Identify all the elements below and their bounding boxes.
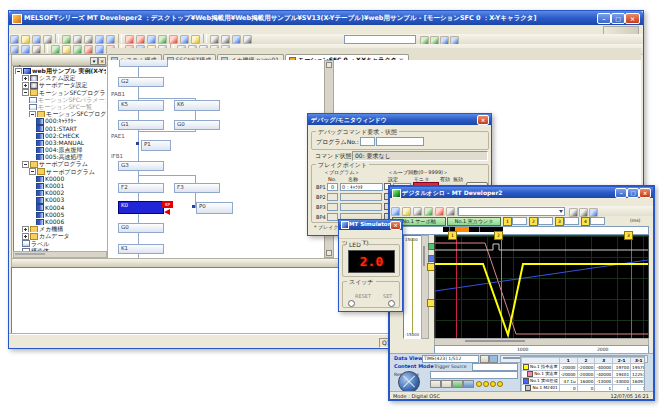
marker-field[interactable] <box>590 217 605 225</box>
marker-tag[interactable]: 1 <box>503 217 512 226</box>
marker-field[interactable] <box>538 217 553 225</box>
toolbar-icon[interactable] <box>32 45 41 54</box>
marker-field[interactable] <box>564 217 579 225</box>
jog-wheel[interactable] <box>398 371 420 393</box>
tree-item[interactable]: web用サンプル 実例(X-Yテーブル) <box>14 67 106 74</box>
close-icon[interactable]: × <box>390 221 401 230</box>
toolbar-icon[interactable] <box>210 35 219 44</box>
close-button[interactable]: × <box>625 13 640 24</box>
start-button[interactable] <box>452 380 463 388</box>
toolbar-icon[interactable] <box>402 207 411 216</box>
toolbar-combobox[interactable] <box>344 35 416 44</box>
program-no-field[interactable] <box>360 137 375 146</box>
tree-item[interactable]: K0000 <box>14 175 106 182</box>
tree-item[interactable]: K0005 <box>14 211 106 218</box>
marker-field[interactable] <box>512 217 527 225</box>
close-button[interactable]: × <box>639 188 651 198</box>
stop-icon[interactable] <box>84 45 93 54</box>
main-titlebar[interactable]: MELSOFTシリーズ MT Developer2 ：デスクトップ¥Web掲載用… <box>9 11 643 25</box>
tree-item[interactable]: モーションSFCパラメータ <box>14 96 106 103</box>
scope-titlebar[interactable]: デジタルオシロ - MT Developer2 – □ × <box>390 187 653 198</box>
sfc-step-box[interactable]: G0 <box>174 120 220 130</box>
toolbar-icon[interactable] <box>62 35 71 44</box>
chart-top-tag[interactable]: 2 <box>494 231 503 240</box>
led-button[interactable] <box>490 381 496 387</box>
chart-top-tag[interactable]: 3 <box>624 231 633 240</box>
tree-item[interactable]: サーボプログラム <box>14 168 106 175</box>
tree-item[interactable]: モーションSFCプログラム <box>14 110 106 117</box>
wheel-button[interactable] <box>430 380 441 388</box>
tree-item[interactable]: 000:ｷｬﾗｸﾀｰ <box>14 117 106 124</box>
chart-top-tag[interactable]: 1 <box>448 231 457 240</box>
marker-tag[interactable]: 4 <box>581 217 590 226</box>
trigger-source-field[interactable] <box>472 363 518 371</box>
minimize-button[interactable]: – <box>597 13 611 24</box>
tree-item[interactable]: サーボデータ設定 <box>14 81 106 88</box>
toolbar-icon[interactable] <box>147 35 156 44</box>
tree-item[interactable]: サーボプログラム <box>14 160 106 167</box>
sfc-step-box[interactable]: F2 <box>118 183 164 193</box>
simulator-titlebar[interactable]: MT Simulator × <box>339 220 402 230</box>
content-mode-label[interactable]: Content Mode <box>394 363 434 370</box>
maximize-button[interactable]: □ <box>611 13 625 24</box>
tree-item[interactable]: K0002 <box>14 189 106 196</box>
bp-name-field[interactable]: 0：ｷｬﾗｸﾀ <box>340 183 383 191</box>
sfc-step-box[interactable]: K6 <box>174 100 220 111</box>
toolbar-icon[interactable] <box>84 35 93 44</box>
toolbar-icon[interactable] <box>232 35 241 44</box>
mini-button[interactable] <box>480 355 489 363</box>
stop-trace-icon[interactable] <box>435 207 444 216</box>
toolbar-icon[interactable] <box>43 35 52 44</box>
toolbar-icon[interactable] <box>169 35 178 44</box>
bp-name-field[interactable] <box>340 193 382 201</box>
time-field[interactable]: TIME(423) 1/512 <box>422 355 479 363</box>
toolbar-icon[interactable] <box>73 35 82 44</box>
program-state-field[interactable] <box>376 137 424 146</box>
minimize-button[interactable]: – <box>615 188 627 198</box>
table-row[interactable]: No.1 実速度 -20000-20000-400001940112257 <box>522 371 646 378</box>
maximize-button[interactable]: □ <box>627 188 639 198</box>
close-icon[interactable]: × <box>477 115 489 125</box>
toolbar-icon[interactable] <box>106 35 115 44</box>
led-button[interactable] <box>483 381 489 387</box>
toolbar-icon[interactable] <box>191 35 200 44</box>
tree-item[interactable]: カムデータ <box>14 232 106 239</box>
toolbar-icon[interactable] <box>413 207 422 216</box>
probe-button-2[interactable]: No.1 実カウンタ <box>447 217 501 226</box>
tree-item[interactable]: K0004 <box>14 204 106 211</box>
pin-icon[interactable]: ▾ <box>90 57 98 65</box>
run-start-icon[interactable] <box>51 45 60 54</box>
toolbar-icon[interactable] <box>446 207 455 216</box>
sfc-pointer-box[interactable]: P0 <box>196 202 233 214</box>
led-button[interactable] <box>476 381 482 387</box>
toolbar-icon[interactable] <box>21 35 30 44</box>
tree-item[interactable]: ラベル <box>14 240 106 247</box>
toolbar-icon[interactable] <box>243 35 252 44</box>
toolbar-icon[interactable] <box>73 45 82 54</box>
toolbar-icon[interactable] <box>136 35 145 44</box>
toolbar-icon[interactable] <box>391 207 400 216</box>
toolbar-icon[interactable] <box>10 45 19 54</box>
bp-no-field[interactable] <box>327 203 338 211</box>
sfc-step-box-selected[interactable]: K0 <box>118 201 164 214</box>
bp-name-field[interactable] <box>340 203 382 211</box>
marker-tag[interactable]: 3 <box>555 217 564 226</box>
toolbar-icon[interactable] <box>95 35 104 44</box>
tree-item[interactable]: 004:原点復帰 <box>14 146 106 153</box>
close-icon[interactable]: × <box>98 57 106 65</box>
sfc-step-box[interactable]: K1 <box>118 244 164 254</box>
wheel-button[interactable] <box>441 380 452 388</box>
toolbar-icon[interactable] <box>221 35 230 44</box>
reset-time-field[interactable] <box>430 371 518 379</box>
start-trace-icon[interactable] <box>424 207 433 216</box>
tree-item[interactable]: メカ機構 <box>14 225 106 232</box>
tree-item[interactable]: K0003 <box>14 196 106 203</box>
sfc-step-box[interactable]: G1 <box>118 120 164 130</box>
bp-no-field[interactable] <box>327 213 338 221</box>
mini-button[interactable] <box>489 355 498 363</box>
toolbar-icon[interactable] <box>21 45 30 54</box>
tree-item[interactable]: モーションSFC一覧 <box>14 103 106 110</box>
scale-scrollbar[interactable] <box>421 235 429 339</box>
tree-item[interactable]: 005:高速処理 <box>14 153 106 160</box>
sfc-step-box[interactable] <box>119 60 168 67</box>
